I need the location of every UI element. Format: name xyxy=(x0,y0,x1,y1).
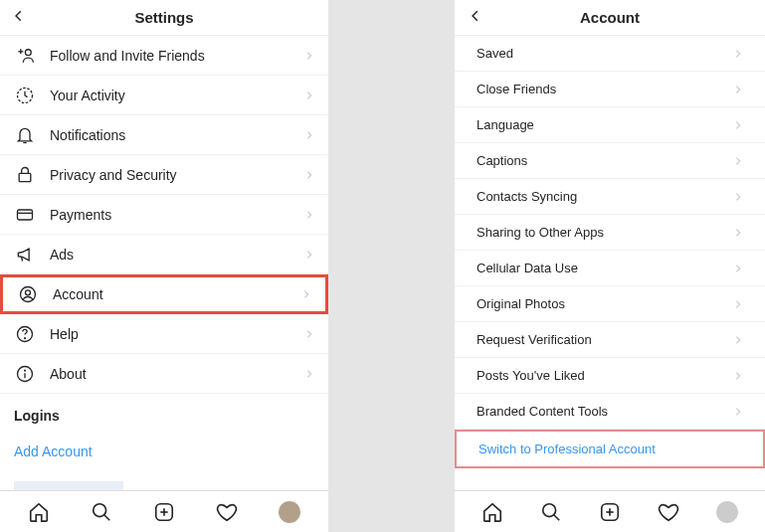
avatar-icon xyxy=(279,501,300,523)
lock-icon xyxy=(14,164,36,186)
menu-sharing-apps[interactable]: Sharing to Other Apps xyxy=(455,215,765,251)
menu-saved[interactable]: Saved xyxy=(455,36,765,72)
settings-screen: Settings Follow and Invite Friends Your … xyxy=(0,0,328,532)
menu-branded-content[interactable]: Branded Content Tools xyxy=(455,394,765,430)
menu-label: Account xyxy=(53,286,301,302)
tab-activity[interactable] xyxy=(658,501,679,523)
menu-ads[interactable]: Ads xyxy=(0,235,328,274)
menu-close-friends[interactable]: Close Friends xyxy=(455,72,765,107)
megaphone-icon xyxy=(14,244,36,266)
tab-create[interactable] xyxy=(599,501,621,523)
menu-label: Sharing to Other Apps xyxy=(477,225,733,240)
header: Account xyxy=(455,0,765,36)
menu-contacts-sync[interactable]: Contacts Syncing xyxy=(455,179,765,215)
menu-label: Follow and Invite Friends xyxy=(50,48,304,64)
menu-label: Privacy and Security xyxy=(50,167,304,183)
chevron-right-icon xyxy=(304,87,314,104)
menu-label: Branded Content Tools xyxy=(477,404,733,419)
switch-professional-link[interactable]: Switch to Professional Account xyxy=(455,430,765,468)
menu-privacy[interactable]: Privacy and Security xyxy=(0,155,328,195)
placeholder-smudge xyxy=(14,481,123,490)
svg-rect-5 xyxy=(18,210,33,220)
back-button[interactable] xyxy=(12,9,26,27)
chevron-right-icon xyxy=(304,325,314,343)
menu-help[interactable]: Help xyxy=(0,314,328,354)
tab-profile[interactable] xyxy=(279,501,300,523)
menu-account[interactable]: Account xyxy=(0,274,328,314)
menu-label: Language xyxy=(477,117,733,132)
svg-line-15 xyxy=(104,514,110,520)
menu-label: Help xyxy=(50,326,304,342)
svg-line-20 xyxy=(554,514,560,520)
menu-label: Ads xyxy=(50,247,304,263)
svg-point-19 xyxy=(543,503,556,516)
svg-point-2 xyxy=(25,49,31,55)
menu-label: Notifications xyxy=(50,127,304,143)
chevron-right-icon xyxy=(304,246,314,264)
chevron-right-icon xyxy=(304,166,314,184)
info-icon xyxy=(14,363,36,385)
menu-label: Contacts Syncing xyxy=(477,189,733,204)
menu-notifications[interactable]: Notifications xyxy=(0,115,328,155)
chevron-right-icon xyxy=(733,188,743,206)
chevron-right-icon xyxy=(733,224,743,242)
back-button[interactable] xyxy=(469,9,482,27)
tab-create[interactable] xyxy=(153,501,175,523)
svg-point-8 xyxy=(26,290,31,295)
tab-activity[interactable] xyxy=(216,501,238,523)
tab-bar xyxy=(0,490,328,532)
account-list: Saved Close Friends Language Captions Co… xyxy=(455,36,765,490)
menu-label: About xyxy=(50,366,304,382)
menu-follow-invite[interactable]: Follow and Invite Friends xyxy=(0,36,328,76)
svg-point-10 xyxy=(25,337,26,338)
chevron-right-icon xyxy=(301,285,311,303)
chevron-right-icon xyxy=(304,126,314,144)
menu-label: Payments xyxy=(50,207,304,223)
tab-bar xyxy=(455,490,765,532)
tab-search[interactable] xyxy=(540,501,562,523)
chevron-right-icon xyxy=(733,81,743,98)
account-screen: Account Saved Close Friends Language Cap… xyxy=(455,0,765,532)
settings-list: Follow and Invite Friends Your Activity … xyxy=(0,36,328,490)
chevron-right-icon xyxy=(304,365,314,383)
chevron-right-icon xyxy=(733,45,743,63)
menu-language[interactable]: Language xyxy=(455,107,765,143)
bell-icon xyxy=(14,124,36,146)
menu-label: Your Activity xyxy=(50,88,304,103)
tab-home[interactable] xyxy=(28,501,50,523)
menu-label: Posts You've Liked xyxy=(477,368,733,383)
activity-icon xyxy=(14,85,36,106)
menu-cellular-data[interactable]: Cellular Data Use xyxy=(455,251,765,286)
menu-payments[interactable]: Payments xyxy=(0,195,328,235)
menu-original-photos[interactable]: Original Photos xyxy=(455,286,765,322)
menu-label: Cellular Data Use xyxy=(477,261,733,275)
menu-captions[interactable]: Captions xyxy=(455,143,765,179)
add-person-icon xyxy=(14,45,36,67)
tab-profile[interactable] xyxy=(716,501,738,523)
page-title: Account xyxy=(455,9,765,26)
logins-header: Logins xyxy=(0,394,328,438)
menu-label: Original Photos xyxy=(477,296,733,311)
svg-point-12 xyxy=(25,370,26,371)
menu-label: Captions xyxy=(477,153,733,168)
help-icon xyxy=(14,323,36,345)
add-account-link[interactable]: Add Account xyxy=(0,438,328,473)
menu-posts-liked[interactable]: Posts You've Liked xyxy=(455,358,765,394)
chevron-right-icon xyxy=(733,331,743,349)
chevron-right-icon xyxy=(733,367,743,385)
menu-about[interactable]: About xyxy=(0,354,328,394)
chevron-right-icon xyxy=(733,295,743,313)
svg-rect-4 xyxy=(19,173,31,181)
avatar-icon xyxy=(716,501,738,523)
chevron-right-icon xyxy=(733,403,743,421)
menu-activity[interactable]: Your Activity xyxy=(0,76,328,115)
tab-home[interactable] xyxy=(481,501,503,523)
chevron-right-icon xyxy=(733,152,743,170)
chevron-right-icon xyxy=(733,260,743,277)
tab-search[interactable] xyxy=(91,501,112,523)
menu-request-verification[interactable]: Request Verification xyxy=(455,322,765,358)
svg-point-14 xyxy=(94,503,106,516)
chevron-right-icon xyxy=(733,116,743,134)
menu-label: Request Verification xyxy=(477,332,733,347)
chevron-right-icon xyxy=(304,206,314,224)
